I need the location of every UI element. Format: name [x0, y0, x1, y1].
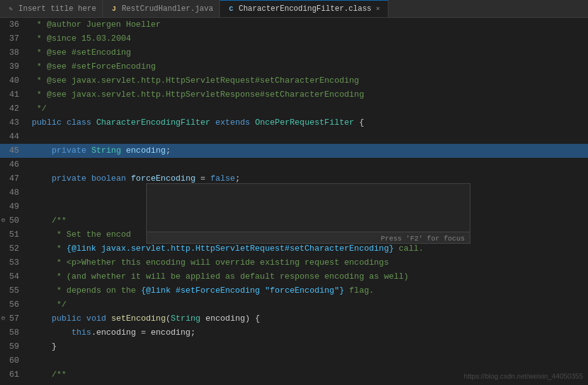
line-number-44: 44 [0, 130, 27, 144]
tab-bar: ✎ Insert title here J RestCrudHandler.ja… [0, 0, 588, 18]
line-number-59: 59 [0, 340, 27, 354]
line-number-60: 60 [0, 354, 27, 368]
tab-insert-title-label: Insert title here [18, 4, 96, 13]
line-number-54: 54 [0, 270, 27, 284]
line-56: 56 */ [0, 298, 588, 312]
line-57: 57 public void setEncoding(String encodi… [0, 312, 588, 326]
line-59: 59 } [0, 340, 588, 354]
line-45: 45 private String encoding; [0, 144, 588, 158]
line-number-51: 51 [0, 228, 27, 242]
line-38: 38 * @see #setEncoding [0, 46, 588, 60]
line-number-48: 48 [0, 186, 27, 200]
line-42: 42 */ [0, 102, 588, 116]
line-number-52: 52 [0, 242, 27, 256]
line-58: 58 this.encoding = encoding; [0, 326, 588, 340]
line-number-53: 53 [0, 256, 27, 270]
line-number-50: 50 [0, 214, 27, 228]
line-43: 43public class CharacterEncodingFilter e… [0, 116, 588, 130]
tab-char-encoding-close[interactable]: × [374, 4, 381, 13]
line-number-61: 61 [0, 368, 27, 382]
line-number-47: 47 [0, 172, 27, 186]
autocomplete-popup[interactable]: Press 'F2' for focus [146, 183, 470, 244]
line-46: 46 [0, 158, 588, 172]
line-content-56: */ [27, 298, 588, 312]
line-55: 55 * depends on the {@link #setForceEnco… [0, 284, 588, 298]
line-content-46 [27, 158, 588, 172]
line-content-54: * (and whether it will be applied as def… [27, 270, 588, 284]
tab-insert-title-icon: ✎ [6, 4, 15, 13]
tab-char-encoding-icon: C [226, 4, 235, 13]
line-number-56: 56 [0, 298, 27, 312]
line-53: 53 * <p>Whether this encoding will overr… [0, 256, 588, 270]
line-number-42: 42 [0, 102, 27, 116]
line-content-42: */ [27, 102, 588, 116]
line-37: 37 * @since 15.03.2004 [0, 32, 588, 46]
line-content-37: * @since 15.03.2004 [27, 32, 588, 46]
line-number-38: 38 [0, 46, 27, 60]
tab-rest-crud-label: RestCrudHandler.java [121, 4, 213, 13]
line-44: 44 [0, 130, 588, 144]
line-number-49: 49 [0, 200, 27, 214]
line-number-36: 36 [0, 18, 27, 32]
autocomplete-content [147, 184, 470, 232]
line-40: 40 * @see javax.servlet.http.HttpServlet… [0, 74, 588, 88]
line-content-60 [27, 354, 588, 368]
line-number-55: 55 [0, 284, 27, 298]
line-content-55: * depends on the {@link #setForceEncodin… [27, 284, 588, 298]
line-60: 60 [0, 354, 588, 368]
line-content-39: * @see #setForceEncoding [27, 60, 588, 74]
line-content-44 [27, 130, 588, 144]
line-content-43: public class CharacterEncodingFilter ext… [27, 116, 588, 130]
line-number-58: 58 [0, 326, 27, 340]
line-54: 54 * (and whether it will be applied as … [0, 270, 588, 284]
line-number-43: 43 [0, 116, 27, 130]
tab-char-encoding[interactable]: C CharacterEncodingFilter.class × [220, 0, 388, 17]
line-number-39: 39 [0, 60, 27, 74]
line-content-41: * @see javax.servlet.http.HttpServletRes… [27, 88, 588, 102]
line-number-41: 41 [0, 88, 27, 102]
watermark: https://blog.csdn.net/weixin_44050355 [464, 372, 583, 380]
line-content-59: } [27, 340, 588, 354]
line-52: 52 * {@link javax.servlet.http.HttpServl… [0, 242, 588, 256]
autocomplete-footer: Press 'F2' for focus [147, 232, 470, 244]
line-36: 36 * @author Juergen Hoeller [0, 18, 588, 32]
line-content-52: * {@link javax.servlet.http.HttpServletR… [27, 242, 588, 256]
line-content-36: * @author Juergen Hoeller [27, 18, 588, 32]
tab-char-encoding-label: CharacterEncodingFilter.class [238, 4, 371, 13]
line-number-40: 40 [0, 74, 27, 88]
line-number-57: 57 [0, 312, 27, 326]
line-content-58: this.encoding = encoding; [27, 326, 588, 340]
tab-insert-title[interactable]: ✎ Insert title here [0, 0, 103, 17]
line-number-37: 37 [0, 32, 27, 46]
line-number-46: 46 [0, 158, 27, 172]
line-number-45: 45 [0, 144, 27, 158]
line-content-45: private String encoding; [27, 144, 588, 158]
editor-area[interactable]: 36 * @author Juergen Hoeller37 * @since … [0, 18, 588, 385]
tab-rest-crud[interactable]: J RestCrudHandler.java [103, 0, 220, 17]
line-content-57: public void setEncoding(String encoding)… [27, 312, 588, 326]
line-content-40: * @see javax.servlet.http.HttpServletReq… [27, 74, 588, 88]
tab-rest-crud-icon: J [109, 4, 118, 13]
line-content-38: * @see #setEncoding [27, 46, 588, 60]
line-41: 41 * @see javax.servlet.http.HttpServlet… [0, 88, 588, 102]
line-39: 39 * @see #setForceEncoding [0, 60, 588, 74]
line-content-53: * <p>Whether this encoding will override… [27, 256, 588, 270]
